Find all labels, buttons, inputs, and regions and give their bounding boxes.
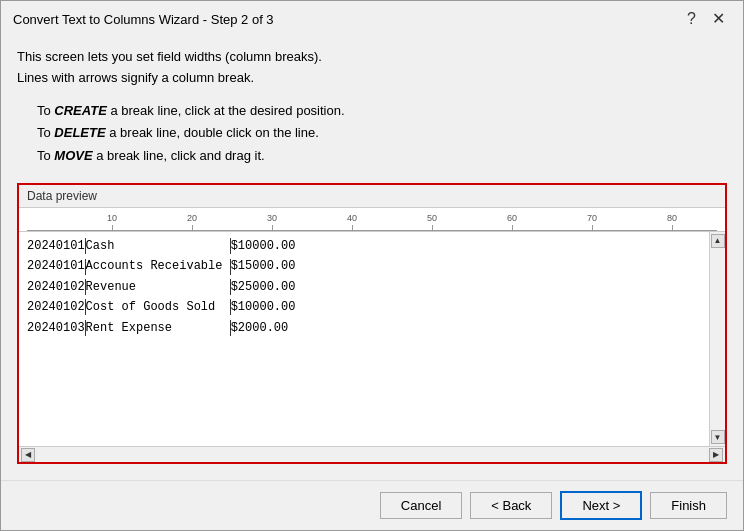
table-row: 20240102Cost of Goods Sold $10000.00 [27,297,701,317]
back-button[interactable]: < Back [470,492,552,519]
scroll-left-arrow[interactable]: ◀ [21,448,35,462]
instruction-delete: To DELETE a break line, double click on … [37,123,727,144]
title-bar: Convert Text to Columns Wizard - Step 2 … [1,1,743,35]
finish-button[interactable]: Finish [650,492,727,519]
preview-section: Data preview 1020304050607080 20240101Ca… [17,183,727,464]
title-bar-controls: ? ✕ [681,9,731,29]
scroll-right-arrow[interactable]: ▶ [709,448,723,462]
keyword-move: MOVE [54,148,92,163]
dialog: Convert Text to Columns Wizard - Step 2 … [0,0,744,531]
cancel-button[interactable]: Cancel [380,492,462,519]
data-rows[interactable]: 20240101Cash $10000.0020240101Accounts R… [19,232,709,446]
desc-line1: This screen lets you set field widths (c… [17,47,727,68]
horizontal-scrollbar[interactable]: ◀ ▶ [19,446,725,462]
dialog-title: Convert Text to Columns Wizard - Step 2 … [13,12,274,27]
instructions: To CREATE a break line, click at the des… [37,101,727,167]
data-area: 20240101Cash $10000.0020240101Accounts R… [19,232,725,446]
instruction-move: To MOVE a break line, click and drag it. [37,146,727,167]
footer: Cancel < Back Next > Finish [1,480,743,530]
ruler: 1020304050607080 [27,208,717,231]
table-row: 20240101Accounts Receivable $15000.00 [27,256,701,276]
description: This screen lets you set field widths (c… [17,47,727,89]
content-area: This screen lets you set field widths (c… [1,35,743,480]
table-row: 20240103Rent Expense $2000.00 [27,318,701,338]
keyword-delete: DELETE [54,125,105,140]
instruction-create: To CREATE a break line, click at the des… [37,101,727,122]
keyword-create: CREATE [54,103,106,118]
help-button[interactable]: ? [681,9,702,29]
desc-line2: Lines with arrows signify a column break… [17,68,727,89]
scroll-down-arrow[interactable]: ▼ [711,430,725,444]
scroll-up-arrow[interactable]: ▲ [711,234,725,248]
preview-label: Data preview [19,185,725,208]
close-button[interactable]: ✕ [706,9,731,29]
table-row: 20240102Revenue $25000.00 [27,277,701,297]
ruler-container[interactable]: 1020304050607080 [19,208,725,232]
next-button[interactable]: Next > [560,491,642,520]
vertical-scrollbar[interactable]: ▲ ▼ [709,232,725,446]
table-row: 20240101Cash $10000.00 [27,236,701,256]
